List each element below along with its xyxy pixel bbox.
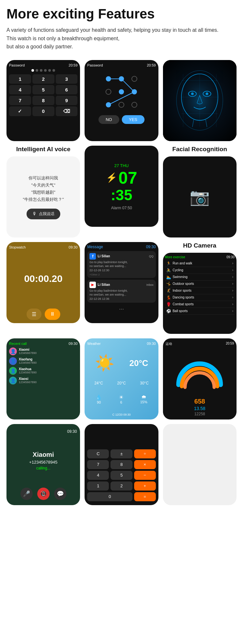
- ex-item-cycling[interactable]: 🚴 Cycling ›: [165, 267, 235, 274]
- uv-icon: ☀: [119, 394, 123, 400]
- humidity-val: 90: [96, 400, 102, 404]
- weather-current-temp: 20°C: [129, 358, 148, 368]
- row-1: Password 20:59 1 2 3 4 5 6 7 8 9: [6, 60, 237, 141]
- msg-item-2: ▶ Li Silian Inbox Go to play badminton t…: [87, 280, 156, 303]
- clock-screen: 27 THU ⚡ 07 :35 Alarm 07:50: [85, 146, 158, 227]
- sport-time: 20:59: [226, 342, 234, 346]
- ex-item-swimming[interactable]: 🏊 Swimming ›: [165, 274, 235, 281]
- calc-btn-1[interactable]: 1: [87, 481, 109, 491]
- avatar-xiaofang: 👤: [9, 357, 17, 365]
- pw-btn-check[interactable]: ✓: [9, 106, 31, 116]
- calc-btn-0[interactable]: 0: [87, 492, 132, 501]
- contact-name-1: Xiaomi: [19, 348, 37, 351]
- calc-btn-div[interactable]: ÷: [134, 449, 156, 458]
- recent-call-screen: Recent call 09:30 👤 Xiaomi 12345667890 👤…: [6, 338, 80, 419]
- pw2-no-btn[interactable]: NO: [98, 115, 119, 124]
- weather-high: 30°C: [140, 381, 149, 385]
- pw2-buttons: NO YES: [87, 115, 156, 124]
- pw-btn-4[interactable]: 4: [9, 85, 31, 94]
- mute-btn[interactable]: 🎤: [20, 488, 33, 500]
- face-svg: [167, 64, 233, 137]
- ex-item-ball[interactable]: ⚽ Ball sports ›: [165, 308, 235, 315]
- weather-stats: 💧 90 ☀ 6 🌧 15%: [87, 394, 156, 404]
- mic-icon: 🎙: [32, 211, 37, 216]
- recent-call-title: Recent call: [9, 342, 27, 346]
- calc-btn-5[interactable]: 5: [110, 471, 132, 480]
- humidity-icon: 💧: [96, 394, 102, 400]
- calc-btn-mul[interactable]: ×: [134, 460, 156, 469]
- run-arrow: ›: [232, 261, 233, 265]
- msg-title: Message: [87, 245, 103, 249]
- contact-num-3: 12345667890: [19, 371, 37, 374]
- pw2-yes-btn[interactable]: YES: [122, 115, 145, 124]
- face-recog-feature-label: Facial Recognition: [172, 146, 227, 153]
- ex-item-combat[interactable]: 🥊 Combat sports ›: [165, 301, 235, 308]
- calc-btn-2[interactable]: 2: [110, 481, 132, 491]
- pw-btn-8[interactable]: 8: [32, 96, 54, 105]
- dot-5: [48, 69, 51, 72]
- contact-num-2: 12345667890: [19, 361, 37, 364]
- weather-low: 24°C: [94, 381, 103, 385]
- msg-time: 09:30: [146, 245, 156, 249]
- avatar-xiaomi: 👤: [9, 347, 17, 355]
- pw-btn-1[interactable]: 1: [9, 74, 31, 84]
- calc-btn-eq[interactable]: =: [134, 492, 156, 501]
- pw-btn-6[interactable]: 6: [56, 85, 78, 94]
- ai-voice-button[interactable]: 🎙 点我说话: [27, 209, 60, 219]
- ex-item-dancing[interactable]: 💃 Dancing sports ›: [165, 294, 235, 301]
- call-item-3: 👤 Xiaohua 12345667890: [9, 367, 77, 375]
- ex-title: More exercise: [165, 255, 185, 259]
- calc-btn-8[interactable]: 8: [110, 460, 132, 469]
- sw-menu-btn[interactable]: ☰: [27, 309, 41, 320]
- row-2: Intelligent AI voice 你可以这样问我 "今天的天气" "我想…: [6, 146, 237, 237]
- end-call-btn[interactable]: 📵: [37, 488, 50, 500]
- ai-voice-feature-label: Intelligent AI voice: [16, 146, 70, 153]
- pw-btn-9[interactable]: 9: [56, 96, 78, 105]
- message-btn[interactable]: 💬: [54, 488, 66, 500]
- calc-btn-sub[interactable]: −: [134, 471, 156, 480]
- pw-btn-del[interactable]: ⌫: [56, 106, 78, 116]
- face-recog-label-cell: Facial Recognition: [163, 146, 237, 153]
- clock-hour: 07: [119, 169, 137, 186]
- svg-point-6: [106, 89, 111, 94]
- swimming-arrow: ›: [232, 275, 233, 279]
- camera-icon: 📷: [190, 188, 210, 206]
- sw-time: 09:30: [69, 245, 78, 249]
- row-4: Recent call 09:30 👤 Xiaomi 12345667890 👤…: [6, 338, 237, 419]
- pw-btn-2[interactable]: 2: [32, 74, 54, 84]
- ex-item-outdoor[interactable]: 🤸 Outdoor sports ›: [165, 281, 235, 287]
- row-3: Stopwatch 09:30 00:00.20 ☰ ⏸ Message 09:…: [6, 242, 237, 334]
- calc-btn-add[interactable]: +: [134, 481, 156, 491]
- active-call-num: +12345678945: [29, 460, 57, 465]
- rain-val: 15%: [140, 400, 147, 404]
- pw-btn-3[interactable]: 3: [56, 74, 78, 84]
- dancing-icon: 💃: [166, 295, 171, 300]
- outdoor-icon: 🤸: [166, 282, 171, 286]
- svg-point-3: [106, 76, 111, 81]
- msg-sender-2: Li Silian: [98, 283, 110, 286]
- sw-pause-btn[interactable]: ⏸: [45, 309, 60, 320]
- msg-sender-1: Li Silian: [98, 254, 110, 258]
- calc-btn-pm[interactable]: ±: [110, 449, 132, 458]
- calc-btn-4[interactable]: 4: [87, 471, 109, 480]
- gauge-val1: 658: [194, 398, 205, 405]
- svg-point-8: [132, 89, 137, 94]
- pw-btn-0[interactable]: 0: [32, 106, 54, 116]
- msg-body-2: Go to play badminton tonight,no seeSan, …: [89, 289, 153, 301]
- calculator-screen: C ± ÷ 7 8 × 4 5 − 1 2 + 0 =: [85, 424, 158, 505]
- weather-humidity: 💧 90: [96, 394, 102, 404]
- active-call-screen: 09:30 Xiaomi +12345678945 calling... 🎤 📵…: [6, 424, 80, 505]
- weather-time: 09:30: [147, 342, 156, 346]
- sport-label: 运动: [166, 342, 172, 346]
- calc-btn-7[interactable]: 7: [87, 460, 109, 469]
- pw-btn-5[interactable]: 5: [32, 85, 54, 94]
- calc-btn-c[interactable]: C: [87, 449, 109, 458]
- contact-name-2: Xiaofang: [19, 358, 37, 361]
- weather-current-2: 20°C: [117, 381, 126, 385]
- ex-item-indoor[interactable]: 🤾 Indoor sports ›: [165, 287, 235, 294]
- active-call-controls: 🎤 📵 💬: [20, 488, 66, 500]
- pw-btn-7[interactable]: 7: [9, 96, 31, 105]
- clock-min: :35: [111, 186, 132, 204]
- pw1-label: Password: [9, 63, 25, 67]
- ex-item-run[interactable]: 🏃 Run and walk ›: [165, 260, 235, 267]
